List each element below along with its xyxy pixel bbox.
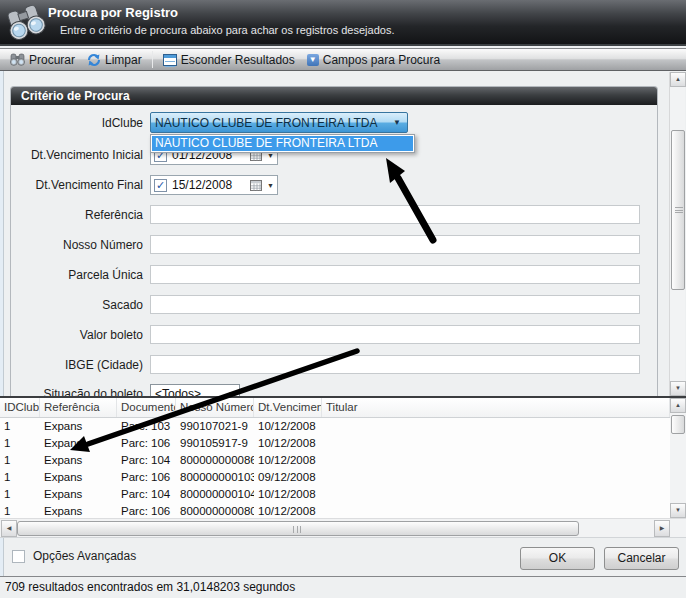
cell-nosso-numero: 8000000000863... [176,452,254,469]
cell-nosso-numero: 990107021-9 [176,418,254,435]
parcela-unica-input[interactable] [150,265,640,284]
opcoes-avancadas-label: Opções Avançadas [33,550,136,563]
ok-button[interactable]: OK [520,547,595,570]
limpar-label: Limpar [105,53,142,67]
cell-documento: Parc: 104 [117,486,176,503]
table-row[interactable]: 1 Expans Parc: 104 8000000000863... 10/1… [0,452,670,469]
binoculars-icon [4,3,48,43]
calendar-icon [250,179,262,191]
campos-para-procura-button[interactable]: ▼ Campos para Procura [301,51,446,69]
page-title: Procura por Registro [48,5,394,20]
cell-documento: Parc: 104 [117,452,176,469]
cell-titular [322,435,670,452]
column-header-nosso-numero[interactable]: Nosso Número [176,398,254,417]
cell-dt-vencimento: 10/12/2008 [254,435,322,452]
refresh-icon [87,53,101,67]
header-titles: Procura por Registro Entre o critério de… [48,5,394,36]
column-header-referencia[interactable]: Referência [40,398,117,417]
campos-para-procura-label: Campos para Procura [323,53,440,67]
cell-nosso-numero: 990105917-9 [176,435,254,452]
dt-final-value: 15/12/2008 [172,178,245,192]
cell-nosso-numero: 8000000001037... [176,469,254,486]
valor-boleto-label: Valor boleto [0,328,143,342]
dt-vencimento-final-picker[interactable]: ✓ 15/12/2008 ▼ [150,175,278,195]
status-bar: 709 resultados encontrados em 31,0148203… [0,576,686,598]
criteria-vertical-scrollbar[interactable]: ▲ ▼ [669,72,685,396]
cell-titular [322,452,670,469]
table-row[interactable]: 1 Expans Parc: 104 8000000001046... 10/1… [0,486,670,503]
cell-documento: Parc: 106 [117,503,176,518]
parcela-unica-label: Parcela Única [0,268,143,282]
limpar-button[interactable]: Limpar [81,51,148,69]
idclube-selected-value: NAUTICO CLUBE DE FRONTEIRA LTDA [155,116,393,130]
column-header-titular[interactable]: Titular [322,398,670,417]
table-row[interactable]: 1 Expans Parc: 103 990107021-9 10/12/200… [0,418,670,435]
grip-icon [675,207,683,213]
column-header-idclube[interactable]: IDClube [0,398,40,417]
dropdown-item-selected[interactable]: NAUTICO CLUBE DE FRONTEIRA LTDA [152,136,413,151]
cancelar-button[interactable]: Cancelar [604,547,679,570]
procurar-label: Procurar [29,53,75,67]
referencia-label: Referência [0,208,143,222]
nosso-numero-label: Nosso Número [0,238,143,252]
sacado-input[interactable] [150,295,640,314]
results-rows: 1 Expans Parc: 103 990107021-9 10/12/200… [0,418,670,518]
cell-referencia: Expans [40,452,117,469]
cell-documento: Parc: 103 [117,418,176,435]
cell-nosso-numero: 8000000000805 [176,503,254,518]
cell-idclube: 1 [0,452,40,469]
cell-titular [322,503,670,518]
toolbar: Procurar Limpar Esconder Resultados ▼ Ca… [0,48,686,71]
dt-vencimento-final-label: Dt.Vencimento Final [0,178,143,192]
cell-referencia: Expans [40,418,117,435]
results-list-icon [163,54,177,66]
results-vertical-scrollbar[interactable]: ▲ ▼ [670,398,686,518]
cell-referencia: Expans [40,469,117,486]
dt-final-checkbox[interactable]: ✓ [154,179,167,192]
sacado-label: Sacado [0,298,143,312]
table-row[interactable]: 1 Expans Parc: 106 8000000001037... 09/1… [0,469,670,486]
cell-dt-vencimento: 10/12/2008 [254,503,322,518]
opcoes-avancadas-checkbox[interactable] [12,550,25,563]
cell-titular [322,469,670,486]
scrollbar-thumb[interactable] [671,130,685,290]
cell-documento: Parc: 106 [117,469,176,486]
column-header-documento[interactable]: Documento [117,398,176,417]
page-subtitle: Entre o critério de procura abaixo para … [60,24,394,36]
procurar-button[interactable]: Procurar [4,51,81,69]
scroll-up-button[interactable]: ▲ [670,398,686,413]
field-chooser-icon: ▼ [307,54,319,66]
dialog-header: Procura por Registro Entre o critério de… [0,0,686,46]
scroll-right-button[interactable]: ▶ [654,520,670,537]
results-header-row: IDClube Referência Documento Nosso Númer… [0,398,670,418]
binoculars-small-icon [10,53,25,66]
cell-idclube: 1 [0,503,40,518]
referencia-input[interactable] [150,205,640,224]
column-header-dt-vencimento[interactable]: Dt.Vencimento [254,398,322,417]
scrollbar-thumb[interactable] [17,521,579,536]
scrollbar-thumb[interactable] [671,415,685,434]
idclube-combobox[interactable]: NAUTICO CLUBE DE FRONTEIRA LTDA ▼ [150,112,408,133]
cell-titular [322,486,670,503]
cell-dt-vencimento: 10/12/2008 [254,486,322,503]
cell-referencia: Expans [40,503,117,518]
esconder-resultados-button[interactable]: Esconder Resultados [157,51,301,69]
scroll-up-button[interactable]: ▲ [670,72,686,87]
scroll-left-button[interactable]: ◀ [1,520,17,537]
grip-icon [293,526,301,533]
cell-documento: Parc: 106 [117,435,176,452]
nosso-numero-input[interactable] [150,235,640,254]
idclube-label: IdClube [0,116,143,130]
results-horizontal-scrollbar[interactable]: ◀ ▶ [0,518,686,537]
cell-dt-vencimento: 10/12/2008 [254,452,322,469]
cell-nosso-numero: 8000000001046... [176,486,254,503]
procura-por-registro-dialog: Procura por Registro Entre o critério de… [0,0,686,598]
table-row[interactable]: 1 Expans Parc: 106 8000000000805 10/12/2… [0,503,670,518]
ibge-cidade-input[interactable] [150,355,640,374]
cell-referencia: Expans [40,486,117,503]
table-row[interactable]: 1 Expans Parc: 106 990105917-9 10/12/200… [0,435,670,452]
chevron-down-icon[interactable]: ▼ [267,182,274,189]
valor-boleto-input[interactable] [150,325,640,344]
scroll-down-button[interactable]: ▼ [670,503,686,518]
scroll-down-button[interactable]: ▼ [670,381,686,396]
